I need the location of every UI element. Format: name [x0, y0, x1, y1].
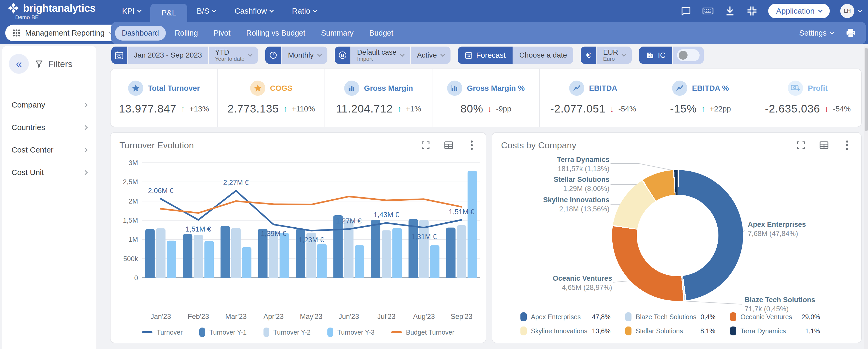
case-status[interactable]: Active [411, 46, 451, 64]
chevron-right-icon [83, 125, 88, 130]
kpi-card-profit[interactable]: Profit-2.635.036↓-54% [754, 69, 861, 127]
kpi-delta: +110% [292, 105, 315, 113]
bar-turnover-y-3[interactable] [279, 233, 289, 278]
data-label: 2,06M € [148, 187, 174, 195]
bar-turnover-y-1[interactable] [220, 226, 230, 278]
donut-legend-item-terra-dynamics[interactable]: Terra Dynamics1,1% [730, 326, 835, 336]
bar-turnover-y-3[interactable] [242, 247, 251, 278]
period-value[interactable]: Jan 2023 - Sep 2023 [128, 46, 208, 64]
donut-legend-item-stellar-solutions[interactable]: Stellar Solutions8,1% [625, 326, 730, 336]
bar-turnover-y-3[interactable] [317, 244, 327, 278]
budget-case-filter[interactable]: B Default case Import Active [335, 46, 451, 64]
sidebar-item-countries[interactable]: Countries [2, 116, 96, 139]
bar-turnover-y-2[interactable] [156, 229, 165, 278]
legend-item-turnover-y-3[interactable]: Turnover Y-3 [328, 327, 375, 337]
kpi-value-row: 2.773.135↑+110% [227, 103, 315, 115]
scrollbar-thumb[interactable] [865, 47, 868, 131]
turnover-evolution-chart[interactable]: 0500k1M1,5M2M2,5M3MJan'23Feb'23Mar'23Apr… [111, 133, 487, 344]
legend-percentage: 47,8% [592, 313, 611, 321]
choose-date-button[interactable]: Choose a date [513, 46, 574, 64]
collapse-sidebar-button[interactable]: « [9, 54, 29, 74]
avatar[interactable]: LH [840, 4, 855, 18]
bar-turnover-y-2[interactable] [382, 230, 391, 278]
kpi-title-row: Profit [788, 80, 828, 96]
sidebar-item-cost-unit[interactable]: Cost Unit [2, 161, 96, 184]
page-scrollbar[interactable] [864, 46, 868, 349]
kpi-card-gross-margin-[interactable]: Gross Margin %80%↓-9pp [432, 69, 539, 127]
case-value[interactable]: Default case Import [351, 46, 410, 64]
granularity-filter[interactable]: Monthly [265, 46, 327, 64]
sidebar-item-company[interactable]: Company [2, 94, 96, 116]
chat-icon[interactable] [680, 5, 692, 17]
bar-turnover-y-3[interactable] [355, 245, 364, 278]
kpi-card-cogs[interactable]: COGS2.773.135↑+110% [217, 69, 325, 127]
bar-turnover-y-3[interactable] [167, 241, 176, 278]
tab-rolling[interactable]: Rolling [168, 26, 205, 40]
nav-item-cashflow[interactable]: Cashflow [225, 0, 282, 22]
line-budget-turnover[interactable] [161, 197, 462, 213]
chevron-right-icon [83, 103, 88, 107]
bar-turnover-y-1[interactable] [409, 219, 418, 278]
chevron-down-icon [317, 52, 322, 57]
user-menu-chevron-icon[interactable] [858, 8, 863, 12]
download-icon[interactable] [724, 5, 736, 17]
bar-turnover-y-2[interactable] [193, 235, 203, 278]
compress-icon[interactable] [746, 5, 758, 17]
legend-item-budget-turnover[interactable]: Budget Turnover [391, 328, 455, 336]
donut-legend-item-apex-enterprises[interactable]: Apex Enterprises47,8% [521, 312, 625, 321]
bar-turnover-y-2[interactable] [269, 231, 278, 278]
nav-item-pl[interactable]: P&L [150, 4, 187, 22]
tab-pivot[interactable]: Pivot [207, 26, 237, 40]
currency-filter[interactable]: € EUR Euro [581, 46, 632, 64]
bar-turnover-y-3[interactable] [392, 228, 402, 278]
intercompany-filter[interactable]: IC [639, 46, 704, 64]
nav-item-ratio[interactable]: Ratio [283, 0, 326, 22]
x-axis-tick: Jan'23 [150, 313, 171, 320]
bar-turnover-y-2[interactable] [231, 228, 241, 278]
period-mode[interactable]: YTD Year to date [209, 46, 258, 64]
kpi-card-ebitda-[interactable]: EBITDA %-15%↑+22pp [647, 69, 754, 127]
print-icon[interactable] [845, 27, 857, 39]
forecast-button[interactable]: Forecast [458, 46, 513, 64]
bar-turnover-y-1[interactable] [145, 229, 155, 278]
chevron-down-icon [818, 8, 823, 12]
donut-callout-oceanic-ventures: Oceanic Ventures4,65M (28,97%) [553, 273, 612, 292]
tab-budget[interactable]: Budget [363, 26, 400, 40]
tab-dashboard[interactable]: Dashboard [115, 26, 166, 40]
legend-item-turnover[interactable]: Turnover [142, 328, 183, 336]
chevron-down-icon [622, 52, 626, 57]
legend-item-turnover-y-1[interactable]: Turnover Y-1 [199, 327, 246, 337]
kpi-card-total-turnover[interactable]: Total Turnover13.977.847↑+13% [111, 69, 217, 127]
period-filter[interactable]: Jan 2023 - Sep 2023 YTD Year to date [111, 46, 258, 64]
keyboard-icon[interactable] [702, 5, 714, 17]
nav-item-bs[interactable]: B/S [187, 0, 225, 22]
donut-legend-item-skyline-innovations[interactable]: Skyline Innovations13,6% [521, 326, 625, 336]
bar-turnover-y-1[interactable] [183, 234, 192, 278]
ic-toggle[interactable] [673, 46, 704, 64]
kpi-value-row: 11.204.712↑+1% [336, 103, 421, 115]
bar-turnover-y-2[interactable] [457, 225, 466, 278]
bar-turnover-y-1[interactable] [371, 220, 380, 278]
kpi-value: -2.077.051 [550, 103, 606, 115]
granularity-value: Monthly [288, 51, 313, 59]
tab-rolling-vs-budget[interactable]: Rolling vs Budget [239, 26, 312, 40]
forecast-filter[interactable]: Forecast Choose a date [458, 46, 574, 64]
primary-nav: KPIP&LB/SCashflowRatio [113, 0, 326, 22]
sidebar-item-cost-center[interactable]: Cost Center [2, 139, 96, 161]
brand-logo[interactable]: brightanalytics [7, 2, 96, 14]
bar-turnover-y-3[interactable] [467, 171, 477, 278]
bar-turnover-y-3[interactable] [430, 245, 439, 278]
settings-menu[interactable]: Settings [799, 29, 833, 37]
workspace-selector[interactable]: Management Reporting [5, 25, 120, 41]
donut-legend-item-blaze-tech-solutions[interactable]: Blaze Tech Solutions0,4% [625, 312, 730, 321]
kpi-card-gross-margin[interactable]: Gross Margin11.204.712↑+1% [324, 69, 432, 127]
kpi-card-ebitda[interactable]: EBITDA-2.077.051↓-54% [539, 69, 647, 127]
bar-turnover-y-1[interactable] [446, 228, 456, 278]
tab-summary[interactable]: Summary [314, 26, 361, 40]
application-switcher[interactable]: Application [768, 4, 830, 18]
legend-item-turnover-y-2[interactable]: Turnover Y-2 [264, 327, 311, 337]
nav-item-kpi[interactable]: KPI [113, 0, 150, 22]
donut-legend-item-oceanic-ventures[interactable]: Oceanic Ventures29,0% [730, 312, 835, 321]
bar-turnover-y-3[interactable] [204, 241, 214, 278]
bar-turnover-y-2[interactable] [419, 220, 429, 278]
